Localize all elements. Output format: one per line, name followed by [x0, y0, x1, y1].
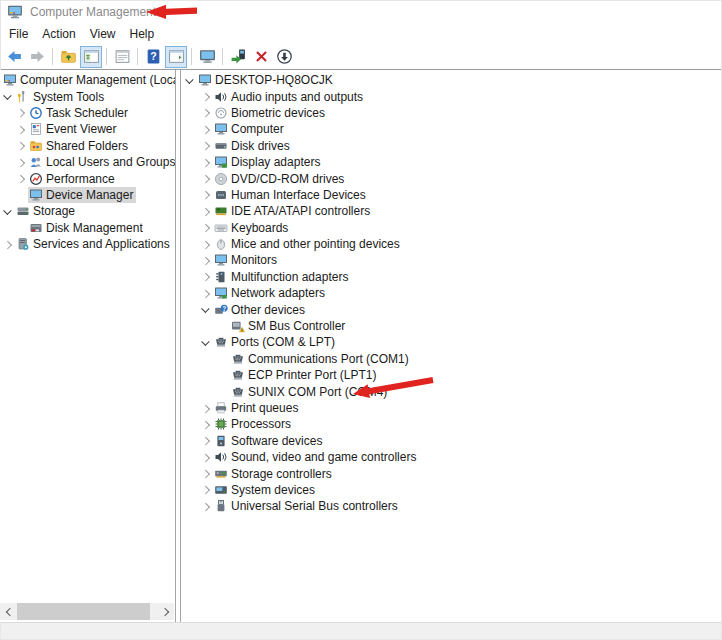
chevron-right-icon[interactable]: [2, 237, 15, 251]
chevron-right-icon[interactable]: [15, 139, 28, 153]
tree-item-body[interactable]: Sound, video and game controllers: [213, 449, 419, 465]
chevron-right-icon[interactable]: [200, 221, 213, 235]
chevron-right-icon[interactable]: [200, 204, 213, 218]
menu-view[interactable]: View: [83, 25, 123, 43]
tree-item-monitors[interactable]: Monitors: [181, 252, 722, 268]
tree-item-body[interactable]: DESKTOP-HQ8OCJK: [197, 72, 336, 88]
tree-item-print-queues[interactable]: Print queues: [181, 400, 722, 416]
tree-item-display-adapters[interactable]: Display adapters: [181, 154, 722, 170]
chevron-right-icon[interactable]: [200, 417, 213, 431]
tree-item-body[interactable]: Storage controllers: [213, 466, 335, 482]
tree-item-ide-ata-atapi-controllers[interactable]: IDE ATA/ATAPI controllers: [181, 203, 722, 219]
tree-item-body[interactable]: Keyboards: [213, 220, 291, 236]
tree-item-task-scheduler[interactable]: Task Scheduler: [0, 105, 175, 121]
tree-item-body[interactable]: Mice and other pointing devices: [213, 236, 403, 252]
tree-item-dvd-cd-rom-drives[interactable]: DVD/CD-ROM drives: [181, 170, 722, 186]
tree-item-storage-controllers[interactable]: Storage controllers: [181, 465, 722, 481]
chevron-right-icon[interactable]: [200, 270, 213, 284]
tree-item-shared-folders[interactable]: Shared Folders: [0, 138, 175, 154]
tree-item-software-devices[interactable]: Software devices: [181, 433, 722, 449]
tree-item-body[interactable]: Monitors: [213, 252, 280, 268]
tree-item-event-viewer[interactable]: Event Viewer: [0, 121, 175, 137]
chevron-down-icon[interactable]: [2, 90, 15, 104]
chevron-down-icon[interactable]: [184, 73, 197, 87]
chevron-right-icon[interactable]: [200, 450, 213, 464]
tree-item-body[interactable]: Computer: [213, 121, 287, 137]
tree-item-body[interactable]: Device Manager: [28, 187, 136, 203]
menu-action[interactable]: Action: [35, 25, 82, 43]
scroll-left-button[interactable]: [0, 603, 17, 620]
tree-item-body[interactable]: Human Interface Devices: [213, 187, 369, 203]
tree-item-body[interactable]: Computer Management (Local): [2, 72, 176, 88]
chevron-right-icon[interactable]: [200, 253, 213, 267]
back-button[interactable]: [3, 46, 25, 68]
menu-file[interactable]: File: [2, 25, 35, 43]
tree-item-storage[interactable]: Storage: [0, 203, 175, 219]
chevron-right-icon[interactable]: [200, 188, 213, 202]
tree-item-ecp-printer-port-lpt1[interactable]: ECP Printer Port (LPT1): [181, 367, 722, 383]
chevron-down-icon[interactable]: [2, 204, 15, 218]
scan-hardware-changes-button[interactable]: [227, 46, 249, 68]
tree-item-body[interactable]: Disk drives: [213, 138, 293, 154]
tree-item-keyboards[interactable]: Keyboards: [181, 220, 722, 236]
tree-item-disk-drives[interactable]: Disk drives: [181, 138, 722, 154]
tree-item-sound-video-and-game-controllers[interactable]: Sound, video and game controllers: [181, 449, 722, 465]
tree-item-body[interactable]: Task Scheduler: [28, 105, 131, 121]
tree-item-computer[interactable]: Computer: [181, 121, 722, 137]
tree-item-body[interactable]: Other devices: [213, 302, 308, 318]
chevron-right-icon[interactable]: [200, 237, 213, 251]
chevron-right-icon[interactable]: [15, 155, 28, 169]
tree-item-system-devices[interactable]: System devices: [181, 482, 722, 498]
tree-item-body[interactable]: Software devices: [213, 433, 325, 449]
scrollbar-thumb[interactable]: [17, 603, 150, 620]
tree-item-body[interactable]: IDE ATA/ATAPI controllers: [213, 203, 373, 219]
tree-item-body[interactable]: Display adapters: [213, 154, 323, 170]
tree-item-sm-bus-controller[interactable]: SM Bus Controller: [181, 318, 722, 334]
chevron-right-icon[interactable]: [200, 401, 213, 415]
tree-item-body[interactable]: Services and Applications: [15, 236, 173, 252]
tree-item-processors[interactable]: Processors: [181, 416, 722, 432]
up-level-button[interactable]: [57, 46, 79, 68]
tree-item-body[interactable]: Disk Management: [28, 220, 146, 236]
tree-item-body[interactable]: Print queues: [213, 400, 301, 416]
tree-item-other-devices[interactable]: Other devices: [181, 301, 722, 317]
chevron-right-icon[interactable]: [200, 467, 213, 481]
tree-item-body[interactable]: Processors: [213, 416, 294, 432]
tree-item-mice-and-other-pointing-devices[interactable]: Mice and other pointing devices: [181, 236, 722, 252]
menu-help[interactable]: Help: [123, 25, 162, 43]
tree-item-body[interactable]: Performance: [28, 171, 118, 187]
tree-item-body[interactable]: DVD/CD-ROM drives: [213, 171, 347, 187]
tree-item-body[interactable]: Storage: [15, 203, 78, 219]
tree-item-device-manager[interactable]: Device Manager: [0, 187, 175, 203]
tree-item-body[interactable]: Communications Port (COM1): [230, 351, 412, 367]
tree-item-disk-management[interactable]: Disk Management: [0, 220, 175, 236]
chevron-right-icon[interactable]: [200, 139, 213, 153]
tree-item-network-adapters[interactable]: Network adapters: [181, 285, 722, 301]
chevron-right-icon[interactable]: [200, 90, 213, 104]
tree-item-body[interactable]: System devices: [213, 482, 318, 498]
chevron-right-icon[interactable]: [200, 155, 213, 169]
chevron-right-icon[interactable]: [200, 122, 213, 136]
tree-item-ports-com-lpt[interactable]: Ports (COM & LPT): [181, 334, 722, 350]
tree-item-body[interactable]: System Tools: [15, 89, 107, 105]
tree-item-local-users-and-groups[interactable]: Local Users and Groups: [0, 154, 175, 170]
chevron-right-icon[interactable]: [15, 106, 28, 120]
tree-item-system-tools[interactable]: System Tools: [0, 88, 175, 104]
tree-item-body[interactable]: ECP Printer Port (LPT1): [230, 367, 379, 383]
tree-item-body[interactable]: Multifunction adapters: [213, 269, 351, 285]
tree-item-services-and-applications[interactable]: Services and Applications: [0, 236, 175, 252]
uninstall-device-button[interactable]: [250, 46, 272, 68]
properties-button[interactable]: [111, 46, 133, 68]
tree-item-body[interactable]: Ports (COM & LPT): [213, 334, 338, 350]
tree-item-sunix-com-port-com4[interactable]: SUNIX COM Port (COM4): [181, 383, 722, 399]
tree-item-audio-inputs-and-outputs[interactable]: Audio inputs and outputs: [181, 88, 722, 104]
help-button[interactable]: [142, 46, 164, 68]
chevron-right-icon[interactable]: [200, 434, 213, 448]
tree-item-communications-port-com1[interactable]: Communications Port (COM1): [181, 351, 722, 367]
tree-item-body[interactable]: Audio inputs and outputs: [213, 89, 366, 105]
scroll-right-button[interactable]: [157, 603, 174, 620]
chevron-right-icon[interactable]: [15, 172, 28, 186]
console-tree-toggle-button[interactable]: [80, 46, 102, 68]
chevron-down-icon[interactable]: [200, 303, 213, 317]
chevron-down-icon[interactable]: [200, 335, 213, 349]
